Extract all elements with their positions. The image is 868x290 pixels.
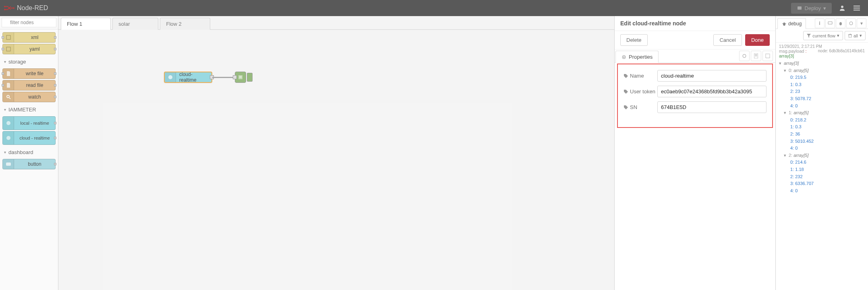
filter-icon — [807, 34, 811, 38]
button-icon — [3, 159, 14, 169]
tag-icon — [624, 74, 628, 78]
debug-tab[interactable]: debug — [777, 18, 806, 29]
gear-icon — [621, 55, 626, 60]
bug-tab-icon[interactable] — [836, 19, 845, 28]
help-icon[interactable] — [825, 19, 835, 28]
node-type-icon — [3, 33, 14, 42]
chevron-down-icon: ▾ — [4, 107, 6, 112]
done-button[interactable]: Done — [745, 34, 770, 46]
svg-point-21 — [743, 54, 746, 58]
chevron-down-icon: ▾ — [823, 5, 826, 11]
svg-point-2 — [13, 7, 15, 9]
workspace: Flow 1 solar Flow 2 cloud-realtime — [58, 16, 614, 290]
chevron-down-icon: ▾ — [860, 33, 862, 38]
chevron-down-icon: ▾ — [837, 33, 839, 38]
cancel-button[interactable]: Cancel — [713, 34, 742, 46]
node-palette: xml yaml ▾ storage write file read file — [0, 16, 58, 290]
debug-messages[interactable]: 11/29/2021, 2:17:21 PM node: 6db3b8a1614… — [776, 43, 868, 290]
gauge-icon — [3, 117, 14, 130]
deploy-button[interactable]: Deploy ▾ — [791, 3, 832, 14]
main-layout: xml yaml ▾ storage write file read file — [0, 16, 868, 290]
tab-flow-2[interactable]: Flow 2 — [160, 18, 210, 30]
delete-button[interactable]: Delete — [620, 34, 648, 46]
app-header: Node-RED Deploy ▾ — [0, 0, 868, 16]
palette-node-xml[interactable]: xml — [2, 32, 56, 43]
menu-icon[interactable] — [849, 1, 864, 15]
debug-tree[interactable]: ▾array[3]▾0: array[5]0: 219.51: 0.32: 23… — [779, 60, 865, 194]
svg-point-30 — [849, 22, 853, 25]
config-icon[interactable] — [846, 19, 856, 28]
token-input[interactable] — [657, 86, 766, 97]
palette-node-local-realtime[interactable]: local - realtime — [2, 116, 56, 130]
palette-node-yaml[interactable]: yaml — [2, 44, 56, 54]
sn-input[interactable] — [657, 101, 766, 113]
field-sn: SN — [624, 101, 766, 113]
svg-point-13 — [6, 136, 10, 140]
svg-rect-14 — [6, 162, 11, 166]
file-icon — [3, 80, 14, 90]
clear-all-button[interactable]: all ▾ — [845, 31, 866, 40]
palette-body[interactable]: xml yaml ▾ storage write file read file — [0, 29, 58, 290]
debug-sidebar: debug i ▾ current flow ▾ all ▾ — [775, 16, 868, 290]
palette-category-storage[interactable]: ▾ storage — [2, 56, 56, 67]
svg-point-26 — [783, 23, 785, 26]
tab-solar[interactable]: solar — [112, 18, 158, 30]
user-icon[interactable] — [835, 1, 849, 15]
svg-rect-25 — [766, 54, 770, 58]
svg-point-15 — [168, 75, 172, 79]
properties-form: Name User token SN — [617, 64, 773, 128]
node-description-icon[interactable] — [751, 51, 761, 61]
node-type-icon — [3, 44, 14, 54]
sidebar-tabs: debug i ▾ — [776, 16, 868, 29]
info-icon[interactable]: i — [815, 19, 824, 28]
svg-rect-5 — [853, 6, 860, 6]
debug-msg-meta: 11/29/2021, 2:17:21 PM node: 6db3b8a1614… — [779, 44, 865, 49]
name-label: Name — [624, 73, 657, 79]
palette-node-read-file[interactable]: read file — [2, 80, 56, 90]
svg-point-10 — [7, 95, 9, 98]
canvas-node-debug[interactable] — [235, 72, 246, 83]
search-icon — [3, 92, 14, 102]
palette-node-cloud-realtime[interactable]: cloud - realtime — [2, 131, 56, 145]
node-appearance-icon[interactable] — [762, 51, 773, 61]
bug-icon — [782, 21, 787, 26]
svg-point-29 — [839, 22, 842, 25]
field-name: Name — [624, 70, 766, 82]
node-wire[interactable] — [212, 77, 235, 78]
palette-node-write-file[interactable]: write file — [2, 68, 56, 79]
tab-flow-1[interactable]: Flow 1 — [61, 18, 111, 30]
flow-tabs: Flow 1 solar Flow 2 — [58, 16, 614, 30]
palette-category-iammeter[interactable]: ▾ IAMMETER — [2, 103, 56, 115]
trash-icon — [848, 34, 852, 38]
name-input[interactable] — [657, 70, 766, 82]
properties-tab[interactable]: Properties — [615, 51, 659, 63]
svg-rect-3 — [798, 6, 802, 10]
node-input-port[interactable] — [233, 75, 237, 79]
svg-rect-6 — [853, 8, 860, 8]
node-settings-icon[interactable] — [739, 51, 750, 61]
file-icon — [3, 69, 14, 78]
svg-point-4 — [841, 6, 843, 8]
nodered-logo-icon — [4, 5, 15, 11]
canvas-node-cloud-realtime[interactable]: cloud-realtime — [164, 72, 212, 83]
chevron-down-icon[interactable]: ▾ — [857, 19, 866, 28]
palette-node-button[interactable]: button — [2, 159, 56, 169]
gauge-icon — [3, 132, 14, 144]
chevron-down-icon: ▾ — [4, 150, 6, 154]
svg-point-12 — [6, 121, 10, 125]
palette-category-dashboard[interactable]: ▾ dashboard — [2, 146, 56, 158]
flow-canvas[interactable]: cloud-realtime — [58, 30, 614, 290]
palette-filter-input[interactable] — [2, 18, 56, 27]
tag-icon — [624, 105, 628, 110]
app-logo: Node-RED — [4, 4, 48, 12]
debug-node-toggle[interactable] — [247, 73, 253, 82]
edit-panel: Edit cloud-realtime node Delete Cancel D… — [614, 16, 775, 290]
filter-current-flow-button[interactable]: current flow ▾ — [803, 31, 843, 40]
svg-rect-8 — [6, 35, 10, 39]
field-user-token: User token — [624, 86, 766, 97]
token-label: User token — [624, 88, 657, 95]
palette-filter — [0, 16, 58, 29]
svg-point-20 — [624, 56, 625, 58]
edit-panel-tabs: Properties — [615, 49, 775, 63]
palette-node-watch[interactable]: watch — [2, 92, 56, 102]
